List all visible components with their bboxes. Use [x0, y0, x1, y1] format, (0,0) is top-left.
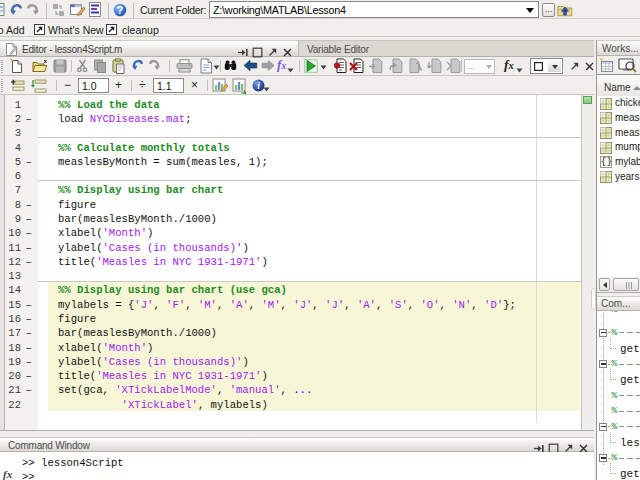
- svg-text:i: i: [257, 81, 260, 91]
- svg-text:?: ?: [117, 4, 123, 16]
